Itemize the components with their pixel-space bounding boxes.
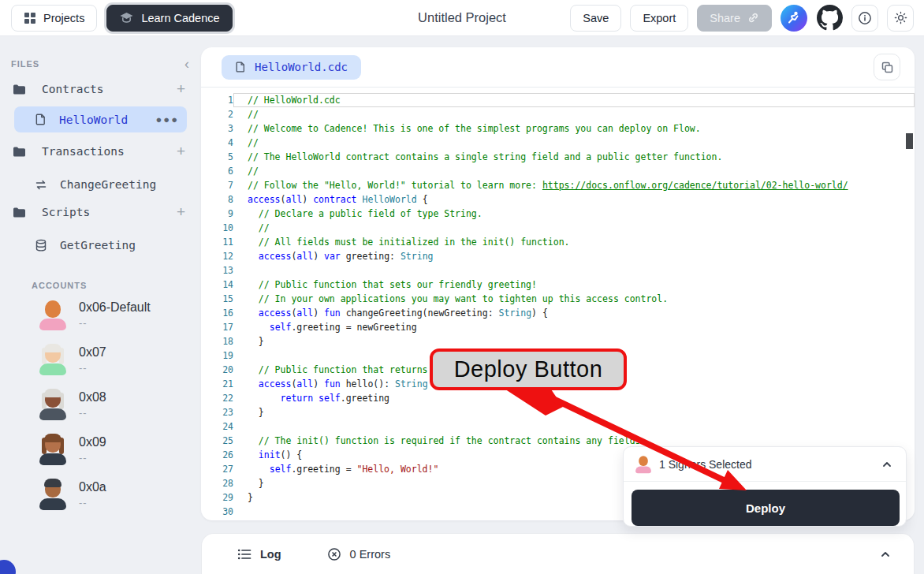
avatar: [38, 479, 68, 510]
database-icon: [35, 239, 47, 252]
changegreeting-label: ChangeGreeting: [60, 178, 156, 191]
line-number: 12: [201, 249, 233, 263]
code-line[interactable]: 7// Follow the "Hello, World!" tutorial …: [201, 178, 915, 192]
file-getgreeting[interactable]: GetGreeting: [11, 237, 190, 254]
errors-tab[interactable]: 0 Errors: [327, 547, 391, 561]
log-tab[interactable]: Log: [237, 548, 281, 561]
signers-label: 1 Signers Selected: [659, 458, 752, 471]
add-script-button[interactable]: +: [177, 203, 185, 221]
copy-icon: [881, 61, 894, 74]
code-line[interactable]: 12 access(all) var greeting: String: [201, 249, 915, 263]
code-text: // Public function that sets our friendl…: [233, 278, 915, 292]
line-number: 5: [201, 150, 233, 164]
line-number: 29: [201, 490, 233, 505]
scripts-label: Scripts: [42, 206, 90, 218]
line-number: 30: [201, 505, 233, 519]
code-line[interactable]: 14 // Public function that sets our frie…: [201, 278, 915, 292]
sidebar: FILES ‹ Contracts + HelloWorld ●●● Trans…: [0, 36, 201, 574]
code-line[interactable]: 1// HelloWorld.cdc: [201, 93, 915, 107]
add-contract-button[interactable]: +: [177, 80, 185, 98]
folder-transactions[interactable]: Transactions +: [11, 143, 190, 160]
projects-button[interactable]: Projects: [11, 5, 97, 32]
learn-cadence-button[interactable]: Learn Cadence: [106, 5, 232, 32]
copy-button[interactable]: [874, 54, 900, 80]
file-icon: [35, 113, 47, 126]
log-bar: Log 0 Errors: [201, 533, 915, 574]
collapse-sidebar-icon[interactable]: ‹: [184, 58, 190, 69]
export-button[interactable]: Export: [630, 5, 688, 32]
file-changegreeting[interactable]: ChangeGreeting: [11, 176, 190, 193]
code-line[interactable]: 5// The HelloWorld contract contains a s…: [201, 150, 915, 164]
info-button[interactable]: [851, 5, 878, 32]
expand-log-icon[interactable]: [879, 548, 892, 561]
runner-icon: [786, 10, 802, 26]
code-line[interactable]: 8access(all) contract HelloWorld {: [201, 192, 915, 207]
line-number: 27: [201, 462, 233, 476]
code-line[interactable]: 4//: [201, 136, 915, 150]
account-row[interactable]: 0x07--: [11, 344, 190, 389]
code-line[interactable]: 17 self.greeting = newGreeting: [201, 320, 915, 334]
code-text: // Declare a public field of type String…: [233, 207, 915, 221]
line-number: 9: [201, 207, 233, 221]
contracts-label: Contracts: [42, 83, 104, 95]
line-number: 24: [201, 419, 233, 434]
code-line[interactable]: 24: [201, 419, 915, 434]
github-button[interactable]: [816, 5, 843, 32]
account-address: 0x08: [79, 390, 106, 404]
code-line[interactable]: 9 // Declare a public field of type Stri…: [201, 207, 915, 221]
code-line[interactable]: 22 return self.greeting: [201, 391, 915, 405]
code-text: //: [233, 136, 915, 150]
grid-icon: [24, 12, 36, 24]
line-number: 23: [201, 405, 233, 419]
helloworld-label: HelloWorld: [59, 114, 128, 126]
code-line[interactable]: 13: [201, 263, 915, 278]
line-number: 26: [201, 448, 233, 462]
code-line[interactable]: 3// Welcome to Cadence! This is one of t…: [201, 121, 915, 136]
header: Projects Learn Cadence Untitled Project …: [0, 0, 924, 36]
code-text: // The HelloWorld contract contains a si…: [233, 150, 915, 164]
getgreeting-label: GetGreeting: [60, 239, 136, 252]
line-number: 4: [201, 136, 233, 150]
file-menu-icon[interactable]: ●●●: [155, 114, 179, 125]
transaction-icon: [35, 179, 47, 191]
code-line[interactable]: 2//: [201, 107, 915, 121]
editor-tabbar: HelloWorld.cdc: [201, 47, 915, 88]
signers-header[interactable]: 1 Signers Selected: [624, 447, 906, 482]
code-line[interactable]: 6//: [201, 164, 915, 178]
export-label: Export: [643, 12, 676, 24]
avatar: [635, 455, 652, 473]
deploy-button[interactable]: Deploy: [632, 490, 900, 526]
theme-toggle-button[interactable]: [887, 5, 914, 32]
folder-icon: [13, 207, 26, 218]
avatar: [38, 389, 68, 420]
folder-scripts[interactable]: Scripts +: [11, 203, 190, 221]
share-label: Share: [710, 12, 740, 24]
flow-community-button[interactable]: [781, 5, 807, 32]
code-line[interactable]: 18 }: [201, 334, 915, 348]
account-status: --: [79, 452, 106, 464]
account-row[interactable]: 0x09--: [11, 434, 190, 479]
line-number: 2: [201, 107, 233, 121]
file-helloworld[interactable]: HelloWorld ●●●: [14, 106, 187, 132]
account-status: --: [79, 317, 151, 329]
code-line[interactable]: 11 // All fields must be initialized in …: [201, 235, 915, 249]
account-row[interactable]: 0x08--: [11, 389, 190, 434]
code-text: // HelloWorld.cdc: [233, 93, 915, 107]
share-button[interactable]: Share: [697, 5, 772, 32]
account-row[interactable]: 0x0a--: [11, 479, 190, 524]
learn-cadence-label: Learn Cadence: [141, 12, 219, 24]
code-line[interactable]: 15 // In your own applications you may w…: [201, 292, 915, 306]
folder-contracts[interactable]: Contracts +: [11, 80, 190, 98]
code-line[interactable]: 16 access(all) fun changeGreeting(newGre…: [201, 306, 915, 320]
save-button[interactable]: Save: [570, 5, 621, 32]
chevron-up-icon[interactable]: [881, 458, 893, 471]
add-transaction-button[interactable]: +: [177, 143, 185, 160]
account-address: 0x07: [79, 345, 106, 360]
line-number: 10: [201, 221, 233, 235]
scrollbar-thumb[interactable]: [906, 133, 913, 149]
code-line[interactable]: 23 }: [201, 405, 915, 419]
code-line[interactable]: 10 //: [201, 221, 915, 235]
tab-helloworld-cdc[interactable]: HelloWorld.cdc: [222, 55, 361, 80]
line-number: 13: [201, 263, 233, 278]
account-row[interactable]: 0x06-Default--: [11, 299, 190, 344]
